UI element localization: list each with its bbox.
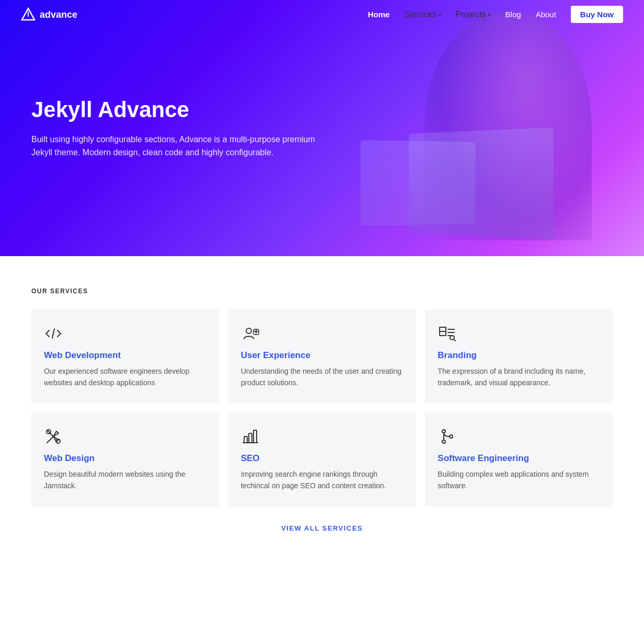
seo-desc: Improving search engine rankings through… [241,469,404,491]
projects-chevron-icon: ▾ [488,12,491,18]
service-card-software-engineering: Software Engineering Building complex we… [425,412,613,506]
services-grid: Web Development Our experienced software… [31,309,613,507]
svg-rect-8 [440,327,446,331]
seo-title: SEO [241,453,404,464]
nav-links: Home Services ▾ Projects ▾ Blog About Bu… [368,10,623,19]
service-card-user-experience: User Experience Understanding the needs … [228,309,416,403]
branding-title: Branding [438,350,600,361]
hero-laptop2-hint [361,140,475,226]
svg-rect-20 [254,430,257,443]
services-section-label: OUR SERVICES [31,288,613,295]
service-card-web-development: Web Development Our experienced software… [31,309,219,403]
software-engineering-desc: Building complex web applications and sy… [438,469,600,491]
svg-line-14 [47,436,53,443]
view-all-wrapper: VIEW ALL SERVICES [31,507,613,554]
branding-desc: The expression of a brand including its … [438,366,600,388]
hero-content: Jekyll Advance Built using highly config… [0,97,366,159]
web-development-desc: Our experienced software engineers devel… [44,366,206,388]
software-engineering-title: Software Engineering [438,453,600,464]
svg-rect-19 [249,433,252,443]
svg-line-2 [52,329,54,338]
brand-name: advance [40,9,77,20]
logo-icon [21,7,36,22]
user-experience-desc: Understanding the needs of the user and … [241,366,404,388]
web-design-title: Web Design [44,453,206,464]
chart-icon [241,427,260,446]
user-experience-icon [241,324,260,343]
navbar: advance Home Services ▾ Projects ▾ Blog … [0,0,644,29]
logo[interactable]: advance [21,7,77,22]
nav-about[interactable]: About [536,10,556,19]
view-all-services-button[interactable]: VIEW ALL SERVICES [281,524,363,532]
code-icon [44,324,63,343]
nav-services[interactable]: Services ▾ [404,10,441,19]
services-chevron-icon: ▾ [439,12,441,18]
tools-icon [44,427,63,446]
svg-rect-18 [244,436,247,443]
nav-home[interactable]: Home [368,10,390,19]
web-design-desc: Design beautiful modern websites using t… [44,469,206,491]
nav-buy-now[interactable]: Buy Now [571,6,623,23]
web-development-title: Web Development [44,350,206,361]
service-card-web-design: Web Design Design beautiful modern websi… [31,412,219,506]
svg-line-13 [454,339,455,341]
user-experience-title: User Experience [241,350,404,361]
service-card-seo: SEO Improving search engine rankings thr… [228,412,416,506]
git-icon [438,427,456,446]
nav-projects[interactable]: Projects ▾ [456,10,491,19]
hero-section: Jekyll Advance Built using highly config… [0,0,644,256]
services-section: OUR SERVICES Web Development Our experie… [0,256,644,574]
branding-icon [438,324,456,343]
svg-point-3 [246,328,251,334]
nav-blog[interactable]: Blog [505,10,521,19]
hero-subtitle: Built using highly configurable sections… [31,133,335,159]
service-card-branding: Branding The expression of a brand inclu… [425,309,613,403]
hero-title: Jekyll Advance [31,97,335,123]
